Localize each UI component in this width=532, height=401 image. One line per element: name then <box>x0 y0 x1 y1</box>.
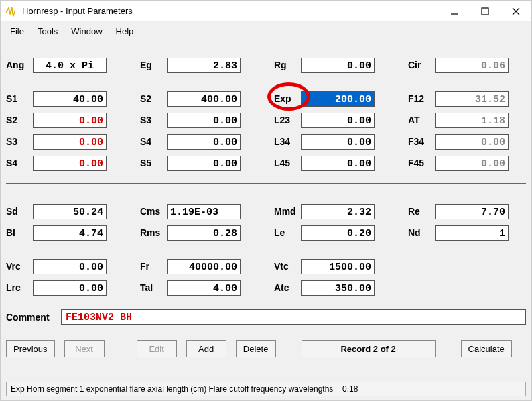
menu-tools[interactable]: Tools <box>32 25 63 38</box>
label-f34: F34 <box>408 136 429 147</box>
label-l45: L45 <box>274 158 295 168</box>
btn-del-rest: elete <box>249 344 268 354</box>
divider-1 <box>6 183 526 184</box>
menu-file[interactable]: File <box>5 25 29 38</box>
next-button: Next <box>64 340 105 357</box>
field-bl[interactable]: 4.74 <box>33 225 107 241</box>
btn-calc-rest: alculate <box>474 344 505 354</box>
label-s5: S5 <box>140 158 161 168</box>
field-exp[interactable]: 200.00 <box>301 91 375 107</box>
field-rg[interactable]: 0.00 <box>301 58 375 73</box>
btn-prev-rest: revious <box>19 344 48 354</box>
window-controls <box>439 1 531 22</box>
label-le: Le <box>274 227 295 238</box>
field-atc[interactable]: 350.00 <box>301 280 375 296</box>
app-window: Hornresp - Input Parameters File Tools W… <box>0 0 532 401</box>
field-vrc[interactable]: 0.00 <box>33 259 107 274</box>
label-vrc: Vrc <box>6 261 27 272</box>
label-cir: Cir <box>408 60 429 70</box>
field-ang[interactable]: 4.0 x Pi <box>33 58 107 73</box>
label-fr: Fr <box>140 261 161 272</box>
label-s4: S4 <box>6 158 27 168</box>
menu-help[interactable]: Help <box>111 25 139 38</box>
label-atc: Atc <box>274 282 295 293</box>
calculate-button[interactable]: Calculate <box>461 340 512 357</box>
field-nd[interactable]: 1 <box>435 225 509 241</box>
field-s5[interactable]: 0.00 <box>167 156 241 171</box>
field-lrc[interactable]: 0.00 <box>33 280 107 296</box>
maximize-icon <box>481 7 489 15</box>
field-s3-top[interactable]: 0.00 <box>167 113 241 128</box>
field-vtc[interactable]: 1500.00 <box>301 259 375 274</box>
menubar: File Tools Window Help <box>1 22 531 38</box>
titlebar: Hornresp - Input Parameters <box>1 1 531 22</box>
field-f12: 31.52 <box>435 91 509 107</box>
window-title: Hornresp - Input Parameters <box>21 6 439 16</box>
label-l23: L23 <box>274 115 295 125</box>
minimize-icon <box>450 7 458 15</box>
label-f45: F45 <box>408 158 429 168</box>
field-s2[interactable]: 0.00 <box>33 113 107 128</box>
status-text: Exp Horn segment 1 exponential flare axi… <box>11 384 358 394</box>
label-ang: Ang <box>6 60 27 70</box>
label-s1: S1 <box>6 93 27 104</box>
label-rms: Rms <box>140 227 161 238</box>
close-button[interactable] <box>501 1 531 22</box>
maximize-button[interactable] <box>470 1 501 22</box>
field-fr[interactable]: 40000.00 <box>167 259 241 274</box>
field-mmd[interactable]: 2.32 <box>301 204 375 219</box>
field-s1[interactable]: 40.00 <box>33 91 107 107</box>
label-tal: Tal <box>140 282 161 293</box>
label-eg: Eg <box>140 60 161 70</box>
field-at: 1.18 <box>435 113 509 128</box>
label-l34: L34 <box>274 136 295 147</box>
btn-add-rest: dd <box>204 344 214 354</box>
label-re: Re <box>408 206 429 217</box>
label-vtc: Vtc <box>274 261 295 272</box>
label-rg: Rg <box>274 60 295 70</box>
previous-button[interactable]: Previous <box>6 340 55 357</box>
field-cir: 0.06 <box>435 58 509 73</box>
app-icon <box>5 5 17 17</box>
field-s2-top[interactable]: 400.00 <box>167 91 241 107</box>
menu-window[interactable]: Window <box>66 25 107 38</box>
field-re[interactable]: 7.70 <box>435 204 509 219</box>
field-s4-top[interactable]: 0.00 <box>167 134 241 150</box>
label-s2: S2 <box>6 115 27 125</box>
minimize-button[interactable] <box>439 1 470 22</box>
label-s3: S3 <box>6 136 27 147</box>
label-exp: Exp <box>274 93 295 104</box>
close-icon <box>512 7 520 15</box>
label-at: AT <box>408 115 429 125</box>
field-tal[interactable]: 4.00 <box>167 280 241 296</box>
svg-rect-1 <box>482 8 488 15</box>
record-indicator[interactable]: Record 2 of 2 <box>302 340 436 357</box>
label-sd: Sd <box>6 206 27 217</box>
label-lrc: Lrc <box>6 282 27 293</box>
field-f45: 0.00 <box>435 156 509 171</box>
field-rms[interactable]: 0.28 <box>167 225 241 241</box>
field-f34: 0.00 <box>435 134 509 150</box>
label-f12: F12 <box>408 93 429 104</box>
field-eg[interactable]: 2.83 <box>167 58 241 73</box>
field-comment[interactable]: FE103NV2_BH <box>61 309 526 325</box>
label-s4-top: S4 <box>140 136 161 147</box>
label-comment: Comment <box>6 312 53 323</box>
label-s3-top: S3 <box>140 115 161 125</box>
label-mmd: Mmd <box>274 206 295 217</box>
label-bl: Bl <box>6 227 27 238</box>
field-l23[interactable]: 0.00 <box>301 113 375 128</box>
field-l34[interactable]: 0.00 <box>301 134 375 150</box>
label-nd: Nd <box>408 227 429 238</box>
label-s2-top: S2 <box>140 93 161 104</box>
client-area: Ang 4.0 x Pi Eg 2.83 Rg 0.00 Cir 0.06 S1… <box>6 42 526 376</box>
add-button[interactable]: Add <box>186 340 226 357</box>
field-cms[interactable]: 1.19E-03 <box>167 204 241 219</box>
field-s4[interactable]: 0.00 <box>33 156 107 171</box>
field-l45[interactable]: 0.00 <box>301 156 375 171</box>
field-sd[interactable]: 50.24 <box>33 204 107 219</box>
field-le[interactable]: 0.20 <box>301 225 375 241</box>
edit-button: Edit <box>137 340 177 357</box>
field-s3[interactable]: 0.00 <box>33 134 107 150</box>
delete-button[interactable]: Delete <box>236 340 276 357</box>
